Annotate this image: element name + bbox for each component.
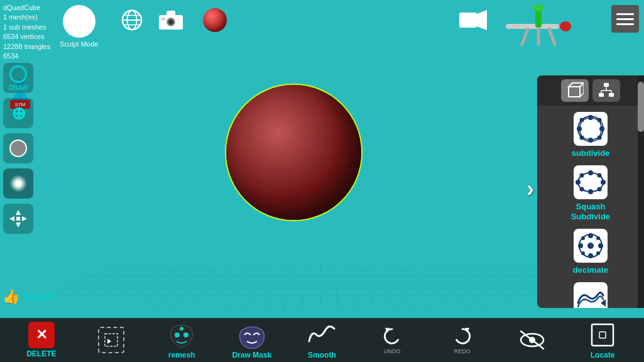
tab-hierarchy[interactable]	[592, 79, 620, 102]
sculpt-mode-widget[interactable]: Sculpt Mode	[60, 5, 98, 48]
orientation-widget[interactable]	[503, 5, 584, 46]
subdivide-label: subdivide	[572, 148, 610, 158]
move-arrows-svg	[8, 209, 28, 229]
remesh-svg	[168, 321, 195, 349]
dot-tool-btn[interactable]	[3, 133, 33, 163]
redo-svg	[451, 326, 474, 347]
globe-svg	[120, 8, 144, 32]
locate-icon	[588, 321, 617, 349]
smooth-btn[interactable]: Smooth	[300, 321, 344, 359]
record-btn[interactable]	[459, 6, 487, 34]
move-tool-btn[interactable]	[3, 204, 33, 234]
svg-rect-13	[506, 24, 559, 29]
scrollbar-thumb[interactable]	[638, 82, 644, 132]
smooth-item[interactable]: smooth	[537, 278, 644, 308]
svg-point-16	[560, 21, 571, 31]
triangle-count: 12288 triangles	[3, 42, 50, 52]
select-icon	[98, 327, 124, 353]
smooth-svg	[576, 284, 606, 308]
decimate-label: decimate	[573, 265, 608, 275]
cube-icon	[566, 82, 584, 99]
subdivide-item[interactable]: subdivide	[537, 108, 644, 162]
globe-icon-btn[interactable]	[118, 6, 146, 34]
svg-line-19	[549, 29, 555, 46]
hamburger-line-1	[616, 13, 634, 15]
locate-btn[interactable]: Locate	[581, 321, 625, 359]
svg-rect-86	[599, 332, 606, 338]
svg-point-62	[580, 187, 584, 192]
hide-icon	[518, 326, 547, 354]
svg-point-72	[596, 251, 600, 255]
sculpt-mode-sphere-icon	[63, 5, 96, 38]
hierarchy-icon	[598, 82, 615, 99]
draw-mask-label: Draw Mask	[232, 351, 271, 359]
sculpt-mode-label: Sculpt Mode	[60, 40, 98, 48]
remesh-icon	[167, 321, 196, 349]
svg-rect-11	[459, 13, 477, 28]
draw-mask-btn[interactable]: Draw Mask	[230, 321, 274, 359]
svg-marker-25	[9, 216, 14, 221]
svg-rect-27	[16, 217, 20, 221]
svg-marker-76	[107, 339, 111, 344]
hide-btn[interactable]	[510, 326, 554, 354]
svg-marker-12	[477, 10, 487, 30]
panel-scrollbar[interactable]	[638, 75, 644, 308]
undo-sublabel: UNDO	[384, 348, 401, 354]
svg-point-71	[581, 251, 585, 255]
redo-btn[interactable]: REDO	[440, 326, 484, 354]
draw-circle-icon	[9, 65, 27, 83]
svg-point-67	[578, 243, 583, 248]
redo-sublabel: REDO	[454, 348, 471, 354]
blur-tool-btn[interactable]	[3, 168, 33, 199]
svg-point-73	[587, 243, 594, 249]
hamburger-menu-btn[interactable]	[611, 5, 639, 33]
smooth-label-bottom: Smooth	[308, 351, 336, 359]
svg-marker-74	[601, 299, 606, 307]
panel-expand-btn[interactable]: ›	[527, 176, 534, 202]
smooth-bottom-svg	[308, 324, 336, 346]
svg-rect-33	[609, 93, 614, 97]
svg-marker-26	[22, 216, 27, 221]
panel-items: subdivide Squ	[537, 106, 644, 308]
delete-icon: ✕	[28, 322, 55, 348]
squash-subdivide-icon-box	[574, 165, 608, 199]
svg-point-66	[588, 253, 593, 258]
svg-rect-10	[161, 18, 165, 20]
3d-sphere[interactable]	[226, 85, 361, 220]
screenshot-btn[interactable]	[157, 6, 185, 34]
tab-cube[interactable]	[561, 79, 589, 102]
top-left-info: dQuadCube 1 mesh(es) 1 sub meshes 6534 v…	[3, 3, 50, 61]
subdivide-icon-box	[574, 112, 608, 146]
decimate-item[interactable]: decimate	[537, 225, 644, 278]
svg-point-79	[180, 327, 183, 331]
smooth-icon	[307, 321, 336, 349]
select-tool-btn[interactable]	[89, 327, 133, 353]
objects-btn[interactable]: 👍 +Objects	[0, 286, 57, 307]
svg-point-70	[596, 236, 600, 240]
svg-point-77	[175, 332, 180, 337]
draw-tool-btn[interactable]: DRAW	[3, 63, 33, 93]
svg-point-65	[588, 233, 593, 238]
undo-btn[interactable]: UNDO	[370, 326, 414, 354]
svg-point-56	[588, 170, 593, 175]
thumbs-up-icon: 👍	[3, 288, 19, 305]
material-preview-btn[interactable]	[201, 6, 229, 34]
remesh-label: remesh	[168, 351, 195, 359]
remesh-btn[interactable]: remesh	[160, 321, 204, 359]
vertex-code: 6534	[3, 52, 50, 61]
locate-label: Locate	[591, 351, 615, 359]
svg-line-17	[521, 29, 528, 46]
svg-point-9	[169, 20, 173, 24]
mesh-count: 1 mesh(es)	[3, 13, 50, 22]
svg-point-59	[601, 180, 606, 185]
delete-label: DELETE	[26, 349, 56, 358]
subdivide-svg	[576, 114, 606, 144]
svg-point-61	[598, 173, 602, 178]
svg-point-58	[576, 180, 581, 185]
add-btn[interactable]: ⊕	[3, 98, 33, 128]
squash-subdivide-item[interactable]: SquashSubdivide	[537, 162, 644, 225]
3d-viewport[interactable]: dQuadCube 1 mesh(es) 1 sub meshes 6534 v…	[0, 0, 644, 362]
delete-btn[interactable]: ✕ DELETE	[19, 322, 63, 358]
smooth-icon-box	[574, 282, 608, 308]
red-sphere-preview	[203, 8, 227, 32]
